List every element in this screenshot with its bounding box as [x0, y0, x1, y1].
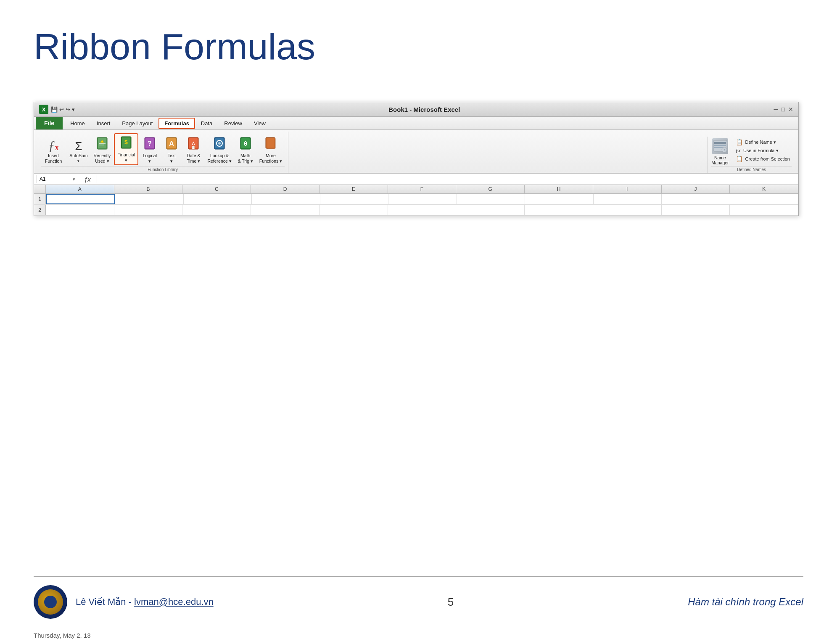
page-title: Ribbon Formulas: [0, 0, 837, 85]
cell-c1[interactable]: [184, 194, 252, 204]
cell-k1[interactable]: [730, 194, 798, 204]
name-box[interactable]: [37, 175, 70, 183]
svg-point-21: [218, 142, 221, 145]
recently-used-button[interactable]: RecentlyUsed ▾: [91, 135, 113, 165]
text-button[interactable]: A Text▾: [161, 135, 182, 165]
logical-label: Logical▾: [143, 153, 157, 164]
cell-i2[interactable]: [593, 205, 662, 215]
cell-c2[interactable]: [182, 205, 251, 215]
cell-f2[interactable]: [388, 205, 457, 215]
insert-function-label: InsertFunction: [45, 153, 62, 164]
formula-bar-sep2: [97, 175, 97, 183]
formula-input[interactable]: [100, 176, 796, 182]
cell-k2[interactable]: [730, 205, 798, 215]
window-title: Book1 - Microsoft Excel: [388, 106, 460, 113]
menu-file[interactable]: File: [36, 117, 63, 129]
insert-function-button[interactable]: ƒx InsertFunction: [41, 137, 66, 165]
more-functions-button[interactable]: MoreFunctions ▾: [257, 135, 285, 165]
date-time-button[interactable]: A 📋 Date &Time ▾: [183, 135, 204, 165]
cell-i1[interactable]: [594, 194, 662, 204]
logical-icon: ?: [143, 137, 156, 152]
more-functions-icon: [264, 137, 277, 152]
menu-insert[interactable]: Insert: [91, 118, 116, 129]
col-header-g[interactable]: G: [456, 185, 525, 193]
name-box-arrow[interactable]: ▾: [73, 177, 75, 182]
lookup-reference-button[interactable]: Lookup &Reference ▾: [205, 135, 234, 165]
excel-logo: X: [39, 105, 48, 114]
menu-data[interactable]: Data: [195, 118, 218, 129]
subtitle-right: Hàm tài chính trong Excel: [688, 596, 803, 608]
ribbon: ƒx InsertFunction Σ AutoSum▾: [34, 130, 798, 174]
cell-a1[interactable]: [46, 194, 115, 204]
autosum-button[interactable]: Σ AutoSum▾: [67, 139, 90, 165]
cell-g2[interactable]: [456, 205, 525, 215]
col-header-a[interactable]: A: [46, 185, 114, 193]
cell-a2[interactable]: [46, 205, 114, 215]
cell-e2[interactable]: [319, 205, 388, 215]
cell-e1[interactable]: [320, 194, 388, 204]
use-formula-icon: ƒx: [736, 147, 741, 154]
spreadsheet-row-1: 1: [34, 194, 798, 205]
logical-button[interactable]: ? Logical▾: [139, 135, 160, 165]
cell-d2[interactable]: [251, 205, 319, 215]
cell-b1[interactable]: [115, 194, 183, 204]
svg-rect-30: [714, 145, 726, 146]
name-manager-label: NameManager: [711, 155, 729, 165]
text-icon: A: [165, 137, 178, 152]
defined-name-actions: 📋 Define Name ▾ ƒx Use in Formula ▾ 📋 Cr…: [734, 138, 792, 163]
use-in-formula-button[interactable]: ƒx Use in Formula ▾: [734, 147, 792, 154]
name-manager-button[interactable]: + NameManager: [711, 138, 729, 165]
cell-b2[interactable]: [114, 205, 183, 215]
title-bar-left: X 💾 ↩ ↪ ▾: [39, 105, 75, 114]
sigma-icon: Σ: [75, 140, 82, 152]
svg-text:A: A: [169, 140, 174, 147]
financial-icon: $: [119, 136, 133, 151]
menu-review[interactable]: Review: [218, 118, 248, 129]
col-header-j[interactable]: J: [662, 185, 730, 193]
menu-formulas[interactable]: Formulas: [158, 118, 195, 129]
financial-label: Financial▾: [117, 152, 135, 163]
cell-d1[interactable]: [252, 194, 320, 204]
col-header-e[interactable]: E: [319, 185, 388, 193]
col-header-b[interactable]: B: [114, 185, 183, 193]
cell-f1[interactable]: [388, 194, 457, 204]
define-name-label: Define Name ▾: [745, 140, 776, 145]
footer-date: Thursday, May 2, 13: [34, 632, 91, 639]
col-header-f[interactable]: F: [388, 185, 457, 193]
university-logo: [34, 585, 67, 619]
cell-j1[interactable]: [662, 194, 730, 204]
create-selection-icon: 📋: [736, 156, 743, 162]
spreadsheet: A B C D E F G H I J K 1: [34, 185, 798, 216]
svg-text:?: ?: [148, 140, 152, 147]
title-bar: X 💾 ↩ ↪ ▾ Book1 - Microsoft Excel ─ □ ✕: [34, 102, 798, 117]
cell-g1[interactable]: [457, 194, 525, 204]
menu-home[interactable]: Home: [64, 118, 91, 129]
formula-bar: ▾ ƒx: [34, 174, 798, 185]
formula-bar-fx-icon: ƒx: [81, 176, 94, 183]
financial-button[interactable]: $ Financial▾: [114, 133, 138, 165]
lookup-reference-icon: [213, 137, 226, 152]
col-header-k[interactable]: K: [730, 185, 798, 193]
define-name-button[interactable]: 📋 Define Name ▾: [734, 138, 792, 146]
row-header-1: 1: [34, 194, 46, 204]
insert-function-icon: ƒx: [48, 139, 59, 152]
cell-j2[interactable]: [662, 205, 730, 215]
bottom-section: Lê Viết Mẫn - lvman@hce.edu.vn 5 Hàm tài…: [34, 576, 803, 619]
svg-rect-3: [99, 143, 106, 144]
author-email[interactable]: lvman@hce.edu.vn: [134, 596, 214, 607]
col-header-c[interactable]: C: [182, 185, 251, 193]
window-controls: ─ □ ✕: [774, 106, 793, 113]
math-trig-button[interactable]: θ Math& Trig ▾: [235, 135, 256, 165]
date-time-label: Date &Time ▾: [187, 153, 200, 164]
bottom-left: Lê Viết Mẫn - lvman@hce.edu.vn: [34, 585, 214, 619]
cell-h2[interactable]: [525, 205, 593, 215]
col-header-h[interactable]: H: [525, 185, 593, 193]
svg-text:📋: 📋: [191, 145, 195, 149]
col-header-d[interactable]: D: [251, 185, 319, 193]
create-from-selection-button[interactable]: 📋 Create from Selection: [734, 155, 792, 163]
cell-h1[interactable]: [525, 194, 593, 204]
menu-view[interactable]: View: [248, 118, 272, 129]
menu-page-layout[interactable]: Page Layout: [116, 118, 158, 129]
col-header-i[interactable]: I: [593, 185, 662, 193]
logo-inner: [38, 589, 63, 615]
